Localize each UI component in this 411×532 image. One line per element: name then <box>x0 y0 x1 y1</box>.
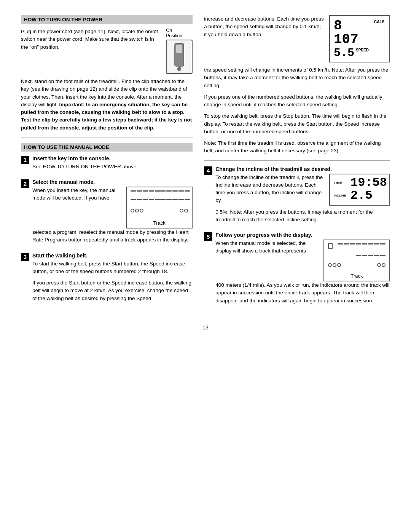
dash-1 <box>131 190 136 192</box>
dash-group-right <box>160 190 190 192</box>
switch-box <box>166 40 193 74</box>
dash-2 <box>137 190 142 192</box>
track5-ind-3 <box>337 263 341 267</box>
dash-18 <box>172 199 178 200</box>
track5-dash-13 <box>380 255 386 256</box>
step-4-content: Change the incline of the treadmill as d… <box>215 166 390 228</box>
display-bottom-number: 5.5 <box>334 47 354 59</box>
track5-dash-9 <box>356 255 361 256</box>
indicator-5 <box>184 209 188 212</box>
dash-7 <box>166 190 172 192</box>
display-cals-label: CALS. <box>374 20 386 24</box>
dash-6 <box>160 190 166 192</box>
right-para3: If you press one of the numbered speed b… <box>204 93 390 109</box>
indicator-1 <box>131 209 134 212</box>
dash-14 <box>149 199 154 200</box>
step-4-block: 4 Change the incline of the treadmill as… <box>204 166 390 228</box>
track5-ind-1 <box>328 263 332 267</box>
track-label-step5: Track <box>350 273 363 279</box>
svg-point-2 <box>177 67 181 71</box>
step-3-block: 3 Start the walking belt. To start the w… <box>21 252 193 306</box>
track5-dash-7 <box>374 243 379 244</box>
speed-digital-display: 8 107 CALS. 5.5 SPEED <box>329 15 390 62</box>
display-speed-label: SPEED <box>356 48 369 52</box>
track5-left-block <box>328 243 333 249</box>
step-3-body1: To start the walking belt, press the Sta… <box>32 260 193 276</box>
step-5-title: Follow your progress with the display. <box>215 232 390 238</box>
dash-4 <box>149 190 154 192</box>
right-para1: increase and decrease buttons. Each time… <box>204 15 324 38</box>
right-para4: To stop the walking belt, press the Stop… <box>204 112 390 136</box>
step-5-body-post: 400 meters (1/4 mile). As you walk or ru… <box>215 281 390 305</box>
dash-3 <box>143 190 148 192</box>
track-bottom-area <box>131 209 188 212</box>
step-3-content: Start the walking belt. To start the wal… <box>32 252 193 306</box>
track-indicators-left <box>131 209 143 212</box>
step-5-body-pre: When the manual mode is selected, the di… <box>215 240 318 255</box>
dash-13 <box>143 199 148 200</box>
track5-dash-grp <box>338 243 386 249</box>
incline-row: INCLINE 2.5 <box>334 190 386 202</box>
dash-17 <box>166 199 172 200</box>
track-dashes-row2 <box>131 199 188 200</box>
track5-dash-1 <box>338 243 343 244</box>
track-top-dashes <box>131 190 188 192</box>
dash-5 <box>155 190 160 192</box>
indicator-4 <box>180 209 183 212</box>
dash-19 <box>178 199 184 200</box>
time-row: TIME 19:58 <box>334 177 386 189</box>
dash-group-left <box>131 190 160 192</box>
dash-11 <box>131 199 136 200</box>
step-5-num: 5 <box>204 232 212 241</box>
display-top-row: 8 107 CALS. <box>334 19 386 46</box>
power-para2-bold: Important: In an emergency situation, th… <box>21 102 192 131</box>
step-5-content: Follow your progress with the display. W… <box>215 232 390 308</box>
indicator-2 <box>135 209 139 212</box>
track5-dash-11 <box>368 255 373 256</box>
step-1-body: See HOW TO TURN ON THE POWER above. <box>32 163 193 171</box>
dash-20 <box>185 199 190 200</box>
step-5-body-area: When the manual mode is selected, the di… <box>215 240 390 281</box>
dash-group-left2 <box>131 199 160 200</box>
step-3-body2: If you press the Start button or the Spe… <box>32 279 193 302</box>
track5-dash-10 <box>362 255 367 256</box>
power-intro: OnPosition Plug in the power cord (see p… <box>21 28 193 78</box>
track5-dash-4 <box>356 243 361 244</box>
time-incline-display: TIME 19:58 INCLINE 2.5 <box>329 174 390 206</box>
step-2-body-pre: When you insert the key, the manual mode… <box>32 187 121 202</box>
dash-8 <box>172 190 178 192</box>
page: HOW TO TURN ON THE POWER OnPosition Plug… <box>0 0 411 532</box>
track5-ind-4 <box>377 263 381 267</box>
dash-15 <box>155 199 160 200</box>
time-value: 19:58 <box>350 177 387 189</box>
track5-top-dashes <box>328 243 386 249</box>
left-column: HOW TO TURN ON THE POWER OnPosition Plug… <box>21 15 193 313</box>
step-4-body-area: To change the incline of the treadmill, … <box>215 174 390 208</box>
switch-illustration: OnPosition <box>166 28 193 74</box>
dash-12 <box>137 199 142 200</box>
indicator-3 <box>140 209 143 212</box>
step-1-block: 1 Insert the key into the console. See H… <box>21 155 193 174</box>
step-4-body-pre: To change the incline of the treadmill, … <box>215 174 324 204</box>
right-divider <box>204 160 390 161</box>
track5-dash-6 <box>368 243 373 244</box>
power-section-header: HOW TO TURN ON THE POWER <box>21 15 193 24</box>
track5-indicators-left <box>328 263 341 267</box>
track5-ind-5 <box>382 263 386 267</box>
dash-10 <box>185 190 190 192</box>
right-para5: Note: The first time the treadmill is us… <box>204 139 390 155</box>
section-divider <box>21 137 193 137</box>
step-2-block: 2 Select the manual mode. When you inser… <box>21 179 193 248</box>
track5-dash-2 <box>344 243 349 244</box>
power-para2-intro: Next, stand on the foot rails of the tre… <box>21 78 193 132</box>
step-1-title: Insert the key into the console. <box>32 155 193 161</box>
track5-dash-grp2 <box>356 255 386 256</box>
speed-display-area: increase and decrease buttons. Each time… <box>204 15 390 62</box>
track5-indicators-right <box>377 263 386 267</box>
step-2-body-post: selected a program, reselect the manual … <box>32 228 193 244</box>
step-3-num: 3 <box>21 253 29 261</box>
step-4-num: 4 <box>204 166 212 175</box>
step-2-title: Select the manual mode. <box>32 179 193 185</box>
dash-9 <box>178 190 184 192</box>
svg-rect-1 <box>176 45 182 53</box>
